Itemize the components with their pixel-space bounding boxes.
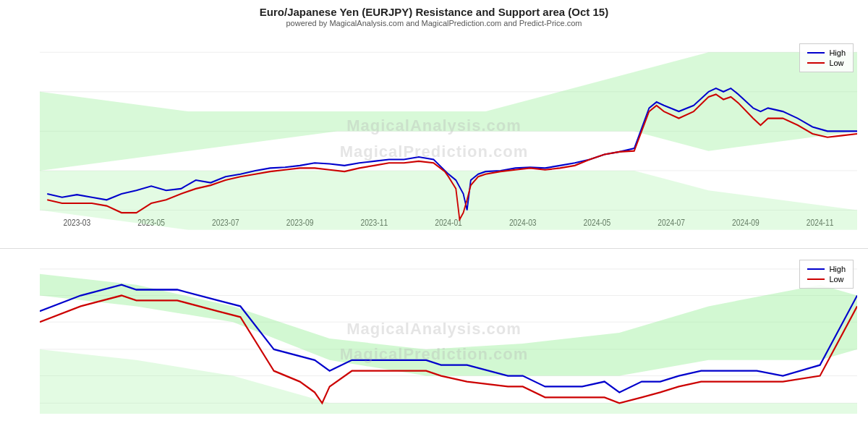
charts-container: Price MagicalAnalysis.comMagicalPredicti… bbox=[0, 29, 868, 434]
chart2-svg: 155 160 165 170 175 180 2024-07-01 2024-… bbox=[40, 252, 857, 414]
legend2-high: High bbox=[807, 265, 846, 273]
subtitle: powered by MagicalAnalysis.com and Magic… bbox=[0, 19, 868, 27]
svg-text:2023-03: 2023-03 bbox=[64, 218, 91, 227]
legend2-low-label: Low bbox=[829, 275, 843, 284]
svg-marker-22 bbox=[40, 52, 857, 171]
legend2-low-line bbox=[807, 278, 825, 280]
legend-low-label: Low bbox=[829, 59, 843, 67]
header: Euro/Japanese Yen (EURJPY) Resistance an… bbox=[0, 0, 868, 29]
legend-high: High bbox=[807, 48, 846, 57]
legend2-high-label: High bbox=[829, 265, 846, 273]
page-container: Euro/Japanese Yen (EURJPY) Resistance an… bbox=[0, 0, 868, 434]
legend-low: Low bbox=[807, 59, 846, 67]
legend-low-line bbox=[807, 62, 825, 64]
legend-high-label: High bbox=[829, 48, 846, 57]
chart1-svg: 140 150 160 170 180 2023-03 2023-05 2023… bbox=[40, 33, 857, 230]
chart2-wrapper: Price MagicalAnalysis.comMagicalPredicti… bbox=[0, 249, 868, 434]
chart1-legend: High Low bbox=[799, 43, 854, 72]
legend2-low: Low bbox=[807, 275, 846, 284]
legend-high-line bbox=[807, 52, 825, 54]
legend2-high-line bbox=[807, 268, 825, 270]
chart1-wrapper: Price MagicalAnalysis.comMagicalPredicti… bbox=[0, 29, 868, 249]
chart2-legend: High Low bbox=[799, 260, 854, 289]
main-title: Euro/Japanese Yen (EURJPY) Resistance an… bbox=[0, 6, 868, 18]
